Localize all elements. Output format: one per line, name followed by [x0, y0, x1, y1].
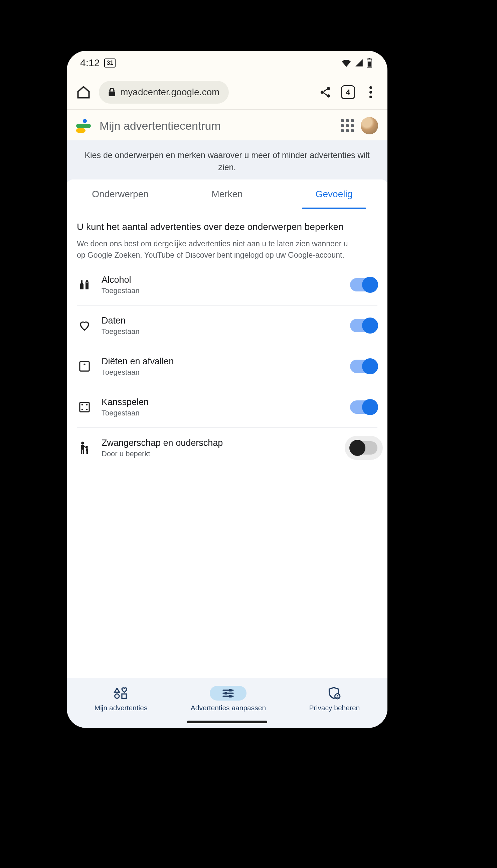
svg-rect-21: [87, 451, 88, 454]
status-time: 4:12: [80, 57, 100, 69]
calendar-icon: 31: [104, 58, 116, 68]
content-scroll[interactable]: U kunt het aantal advertenties over deze…: [67, 209, 387, 678]
lock-icon: [108, 88, 116, 97]
svg-point-10: [82, 404, 83, 406]
toggle-daten[interactable]: [350, 319, 378, 332]
alcohol-icon: [77, 279, 92, 291]
page-subheading: Kies de onderwerpen en merken waarover u…: [67, 140, 387, 182]
tune-icon: [210, 686, 246, 701]
svg-point-14: [81, 442, 84, 445]
topic-title: Alcohol: [101, 275, 341, 285]
topic-title: Zwangerschap en ouderschap: [101, 438, 341, 448]
topic-row-kansspelen: Kansspelen Toegestaan: [77, 387, 378, 428]
topic-row-daten: Daten Toegestaan: [77, 306, 378, 346]
tabs-count: 4: [341, 85, 355, 99]
apps-grid-icon: [341, 119, 354, 132]
nav-label: Mijn advertenties: [95, 704, 147, 712]
svg-point-5: [321, 90, 324, 94]
home-button[interactable]: [76, 85, 91, 100]
battery-icon: [367, 58, 372, 68]
ad-center-logo-icon: [76, 119, 94, 132]
topic-subtitle: Toegestaan: [101, 327, 341, 336]
overflow-menu-button[interactable]: [364, 85, 378, 100]
signal-icon: [355, 59, 364, 67]
svg-point-8: [84, 364, 85, 365]
toggle-alcohol[interactable]: [350, 278, 378, 292]
svg-point-11: [86, 404, 88, 406]
svg-rect-7: [80, 362, 89, 371]
wifi-icon: [341, 59, 351, 67]
svg-point-27: [335, 694, 340, 699]
svg-point-4: [327, 87, 330, 90]
google-apps-button[interactable]: [340, 118, 355, 133]
svg-rect-16: [81, 450, 82, 454]
svg-rect-19: [86, 449, 88, 451]
toggle-dieten[interactable]: [350, 360, 378, 373]
topic-row-zwangerschap: Zwangerschap en ouderschap Door u beperk…: [77, 428, 378, 468]
svg-rect-1: [368, 58, 370, 59]
topic-title: Kansspelen: [101, 397, 341, 407]
account-avatar[interactable]: [361, 117, 378, 134]
svg-point-12: [82, 409, 83, 410]
topic-title: Diëten en afvallen: [101, 356, 341, 367]
svg-point-6: [327, 94, 330, 98]
heart-icon: [77, 320, 92, 332]
svg-rect-20: [86, 451, 86, 454]
share-button[interactable]: [318, 85, 333, 100]
topic-subtitle: Toegestaan: [101, 286, 341, 295]
status-bar: 4:12 31: [67, 51, 387, 75]
section-title: U kunt het aantal advertenties over deze…: [77, 221, 354, 233]
dice-icon: [77, 402, 92, 413]
svg-rect-9: [80, 403, 89, 412]
svg-rect-2: [368, 61, 371, 67]
phone-screen: 4:12 31 myadcenter.google.com 4: [67, 51, 387, 728]
shield-user-icon: [326, 686, 343, 701]
shapes-icon: [112, 686, 130, 701]
app-header: Mijn advertentiecentrum: [67, 110, 387, 140]
tab-merken[interactable]: Merken: [174, 180, 281, 209]
svg-point-13: [86, 409, 88, 410]
share-icon: [319, 86, 332, 99]
svg-rect-24: [229, 689, 232, 691]
nav-privacy-beheren[interactable]: Privacy beheren: [309, 686, 360, 712]
tab-onderwerpen[interactable]: Onderwerpen: [67, 180, 174, 209]
topic-row-alcohol: Alcohol Toegestaan: [77, 265, 378, 306]
scale-icon: [77, 361, 92, 372]
address-bar[interactable]: myadcenter.google.com: [99, 81, 229, 103]
nav-label: Advertenties aanpassen: [191, 704, 266, 712]
family-icon: [77, 441, 92, 454]
svg-rect-25: [225, 692, 227, 695]
svg-rect-3: [109, 91, 115, 96]
topic-subtitle: Toegestaan: [101, 409, 341, 418]
nav-advertenties-aanpassen[interactable]: Advertenties aanpassen: [191, 686, 266, 712]
topic-subtitle: Toegestaan: [101, 368, 341, 377]
browser-toolbar: myadcenter.google.com 4: [67, 75, 387, 110]
nav-label: Privacy beheren: [309, 704, 360, 712]
svg-rect-17: [83, 450, 84, 454]
svg-rect-23: [122, 694, 126, 698]
topic-row-dieten: Diëten en afvallen Toegestaan: [77, 346, 378, 387]
url-text: myadcenter.google.com: [120, 87, 219, 98]
topic-subtitle: Door u beperkt: [101, 450, 341, 458]
page-title: Mijn advertentiecentrum: [100, 119, 334, 132]
svg-point-28: [337, 695, 338, 696]
nav-mijn-advertenties[interactable]: Mijn advertenties: [95, 686, 147, 712]
toggle-zwangerschap[interactable]: [350, 441, 378, 454]
tabs-button[interactable]: 4: [341, 85, 355, 100]
section-description: We doen ons best om dergelijke advertent…: [77, 238, 354, 261]
gesture-bar: [187, 720, 267, 723]
more-vert-icon: [369, 86, 372, 98]
topic-title: Daten: [101, 316, 341, 326]
toggle-kansspelen[interactable]: [350, 401, 378, 414]
tab-bar: Onderwerpen Merken Gevoelig: [67, 180, 387, 209]
phone-frame: 4:12 31 myadcenter.google.com 4: [60, 43, 394, 735]
svg-rect-26: [229, 695, 232, 698]
tab-gevoelig[interactable]: Gevoelig: [281, 180, 387, 209]
home-icon: [76, 85, 91, 100]
svg-point-22: [115, 694, 119, 698]
svg-rect-15: [81, 445, 84, 450]
